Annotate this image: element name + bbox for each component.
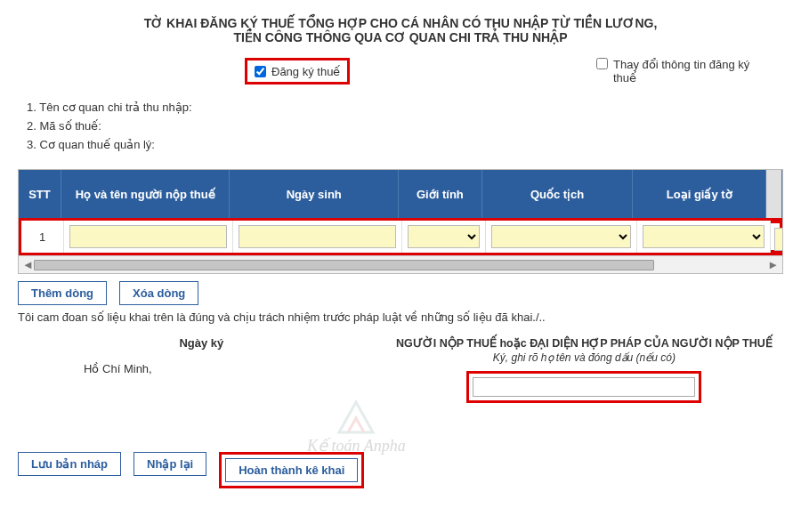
dob-input[interactable] <box>239 225 396 248</box>
delete-row-button[interactable]: Xóa dòng <box>119 281 198 305</box>
sign-date-value <box>159 359 320 378</box>
change-info-label: Thay đổi thông tin đăng ký thuế <box>613 58 756 85</box>
complete-button[interactable]: Hoàn thành kê khai <box>225 458 358 482</box>
watermark-logo-icon <box>336 400 376 436</box>
register-tax-checkbox[interactable] <box>255 66 266 77</box>
rep-subtitle: Ký, ghi rõ họ tên và đóng dấu (nếu có) <box>385 351 783 364</box>
info-line-1: 1. Tên cơ quan chi trả thu nhập: <box>27 101 783 114</box>
col-stt: STT <box>19 170 61 218</box>
col-name: Họ và tên người nộp thuế <box>61 170 231 218</box>
horizontal-scrollbar[interactable]: ◄ ► <box>19 255 782 273</box>
register-tax-checkbox-wrap[interactable]: Đăng ký thuế <box>245 58 350 85</box>
doc-select[interactable] <box>643 225 765 248</box>
commitment-text: Tôi cam đoan số liệu khai trên là đúng v… <box>18 310 783 324</box>
title-line-2: TIỀN CÔNG THÔNG QUA CƠ QUAN CHI TRẢ THU … <box>18 30 783 44</box>
col-gender: Giới tính <box>399 170 482 218</box>
change-info-checkbox-wrap[interactable]: Thay đổi thông tin đăng ký thuế <box>596 58 756 85</box>
vertical-scrollbar[interactable] <box>766 170 782 218</box>
data-table: STT Họ và tên người nộp thuế Ngày sinh G… <box>18 169 783 274</box>
col-dob: Ngày sinh <box>230 170 399 218</box>
sign-date-label: Ngày ký <box>18 336 385 350</box>
gender-select[interactable] <box>408 225 480 248</box>
scroll-left-icon[interactable]: ◄ <box>22 258 34 271</box>
add-row-button[interactable]: Thêm dòng <box>18 281 107 305</box>
register-tax-label: Đăng ký thuế <box>271 65 340 78</box>
watermark: Kế toán Anpha <box>307 400 406 455</box>
nation-select[interactable] <box>491 225 631 248</box>
rep-title: NGƯỜI NỘP THUẾ hoặc ĐẠI DIỆN HỢP PHÁP CỦ… <box>385 336 783 350</box>
change-info-checkbox[interactable] <box>596 58 608 69</box>
rep-signature-box <box>466 371 701 403</box>
scroll-right-icon[interactable]: ► <box>767 258 779 271</box>
rep-signature-input[interactable] <box>473 377 695 397</box>
title-line-1: TỜ KHAI ĐĂNG KÝ THUẾ TỔNG HỢP CHO CÁ NHÂ… <box>18 16 783 30</box>
checkbox-row: Đăng ký thuế Thay đổi thông tin đăng ký … <box>18 58 783 85</box>
city-label: Hồ Chí Minh, <box>84 362 152 375</box>
col-doc: Loại giấy tờ <box>633 170 766 218</box>
info-line-2: 2. Mã số thuế: <box>27 119 783 133</box>
bottom-buttons: Lưu bản nháp Nhập lại Hoàn thành kê khai <box>18 452 783 488</box>
reset-button[interactable]: Nhập lại <box>134 452 206 476</box>
cell-overflow <box>771 221 782 253</box>
row-buttons: Thêm dòng Xóa dòng <box>18 281 783 305</box>
scroll-thumb[interactable] <box>34 260 654 270</box>
complete-highlight: Hoàn thành kê khai <box>219 452 364 488</box>
representative-block: NGƯỜI NỘP THUẾ hoặc ĐẠI DIỆN HỢP PHÁP CỦ… <box>385 336 783 403</box>
page-title: TỜ KHAI ĐĂNG KÝ THUẾ TỔNG HỢP CHO CÁ NHÂ… <box>18 16 783 44</box>
name-input[interactable] <box>69 225 227 248</box>
table-header: STT Họ và tên người nộp thuế Ngày sinh G… <box>19 170 782 218</box>
col-nation: Quốc tịch <box>482 170 634 218</box>
sign-date-block: Ngày ký Hồ Chí Minh, <box>18 336 385 403</box>
cell-stt: 1 <box>21 221 64 253</box>
info-lines: 1. Tên cơ quan chi trả thu nhập: 2. Mã s… <box>27 101 783 151</box>
save-draft-button[interactable]: Lưu bản nháp <box>18 452 121 476</box>
table-row: 1 <box>19 218 782 255</box>
info-line-3: 3. Cơ quan thuế quản lý: <box>27 138 783 151</box>
signature-area: Ngày ký Hồ Chí Minh, NGƯỜI NỘP THUẾ hoặc… <box>18 336 783 403</box>
